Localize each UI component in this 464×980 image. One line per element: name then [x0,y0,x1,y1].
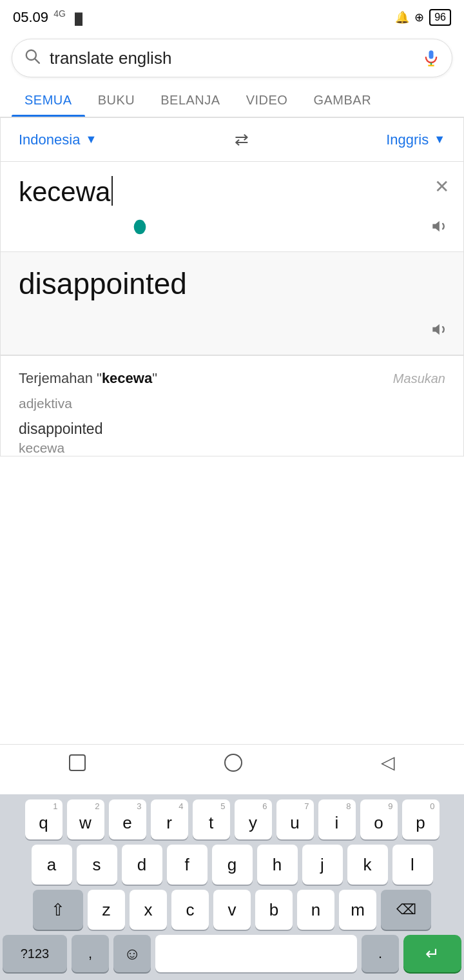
source-language-button[interactable]: Indonesia ▼ [19,132,97,148]
key-i[interactable]: 8i [318,799,356,839]
dictionary-translation-word: disappointed [19,420,445,438]
translator-card: Indonesia ▼ ⇄ Inggris ▼ kecewa ✕ disappo… [0,117,464,456]
search-icon [24,48,41,68]
keyboard-row-3: ⇧ z x c v b n m ⌫ [3,890,461,930]
target-language-label: Inggris [386,132,429,148]
key-u[interactable]: 7u [276,799,314,839]
key-g[interactable]: g [212,845,253,885]
cursor-handle [132,219,148,237]
key-e[interactable]: 3e [109,799,146,839]
search-bar-container: translate english [0,32,464,84]
microphone-icon[interactable] [422,46,440,70]
enter-key[interactable]: ↵ [403,935,461,972]
status-icons: 🔔 ⊕ 96 [395,9,451,26]
keyboard-row-4: ?123 , ☺ . ↵ [3,935,461,972]
svg-point-5 [134,220,146,234]
key-f[interactable]: f [167,845,208,885]
network-label: 4G [53,8,66,19]
tab-buku[interactable]: BUKU [85,84,148,117]
input-text-display: kecewa [19,176,445,208]
key-k[interactable]: k [347,845,388,885]
key-n[interactable]: n [297,890,334,930]
key-z[interactable]: z [88,890,125,930]
clear-input-button[interactable]: ✕ [434,176,449,197]
key-j[interactable]: j [302,845,343,885]
translation-output-area: disappointed [1,252,463,355]
dictionary-part-of-speech: adjektiva [19,396,445,411]
swap-languages-button[interactable]: ⇄ [235,130,249,150]
emoji-key[interactable]: ☺ [113,935,151,972]
target-language-chevron: ▼ [434,133,445,146]
period-key[interactable]: . [362,935,399,972]
status-time: 05.09 4G ▐▌ [13,8,86,26]
dictionary-masukan-label: Masukan [393,371,445,386]
speak-output-button[interactable] [431,320,449,343]
numbers-key[interactable]: ?123 [3,935,67,972]
key-o[interactable]: 9o [360,799,398,839]
speak-input-button[interactable] [431,217,449,240]
search-query: translate english [50,48,413,68]
language-selector-row: Indonesia ▼ ⇄ Inggris ▼ [1,118,463,162]
svg-rect-2 [429,50,434,59]
keyboard: 1q 2w 3e 4r 5t 6y 7u 8i 9o 0p a s d f g … [0,794,464,980]
key-h[interactable]: h [257,845,298,885]
key-v[interactable]: v [213,890,251,930]
search-bar[interactable]: translate english [12,39,452,77]
input-word: kecewa [19,176,110,208]
target-language-button[interactable]: Inggris ▼ [386,132,445,148]
output-text-display: disappointed [19,266,445,302]
nav-recent-apps-button[interactable] [69,754,86,771]
keyboard-row-1: 1q 2w 3e 4r 5t 6y 7u 8i 9o 0p [3,799,461,839]
key-b[interactable]: b [255,890,293,930]
tab-gambar[interactable]: GAMBAR [300,84,384,117]
key-q[interactable]: 1q [25,799,63,839]
tab-belanja[interactable]: BELANJA [148,84,233,117]
tabs-bar: SEMUA BUKU BELANJA VIDEO GAMBAR [0,84,464,117]
space-key[interactable] [155,935,357,972]
key-x[interactable]: x [130,890,167,930]
text-cursor [111,176,113,206]
translation-input-area[interactable]: kecewa ✕ [1,162,463,252]
nav-back-button[interactable]: ◁ [381,752,395,773]
key-c[interactable]: c [171,890,209,930]
key-s[interactable]: s [77,845,117,885]
key-p[interactable]: 0p [402,799,440,839]
comma-key[interactable]: , [72,935,109,972]
key-w[interactable]: 2w [67,799,104,839]
bottom-navigation: ◁ [0,744,464,780]
dictionary-translation-sub: kecewa [19,440,445,456]
tab-video[interactable]: VIDEO [233,84,301,117]
source-language-label: Indonesia [19,132,80,148]
svg-line-1 [35,59,39,63]
key-y[interactable]: 6y [235,799,272,839]
keyboard-row-2: a s d f g h j k l [3,845,461,885]
battery-indicator: 96 [429,9,451,26]
backspace-key[interactable]: ⌫ [381,890,431,930]
alarm-icon: 🔔 [395,10,409,24]
dictionary-section: Terjemahan "kecewa" Masukan adjektiva di… [1,355,463,456]
key-d[interactable]: d [122,845,162,885]
key-a[interactable]: a [32,845,72,885]
key-t[interactable]: 5t [193,799,230,839]
svg-marker-6 [432,221,440,231]
lock-icon: ⊕ [414,10,424,24]
key-l[interactable]: l [392,845,433,885]
shift-key[interactable]: ⇧ [33,890,83,930]
svg-marker-7 [432,324,440,335]
enter-icon: ↵ [425,944,440,964]
dictionary-header: Terjemahan "kecewa" Masukan [19,370,445,387]
status-bar: 05.09 4G ▐▌ 🔔 ⊕ 96 [0,0,464,32]
key-r[interactable]: 4r [151,799,188,839]
dict-word-bold: kecewa [102,370,152,386]
key-m[interactable]: m [339,890,376,930]
signal-icon: ▐▌ [71,13,86,25]
tab-semua[interactable]: SEMUA [12,84,85,117]
source-language-chevron: ▼ [85,133,97,146]
dictionary-title: Terjemahan "kecewa" [19,370,157,387]
nav-home-button[interactable] [224,754,242,772]
